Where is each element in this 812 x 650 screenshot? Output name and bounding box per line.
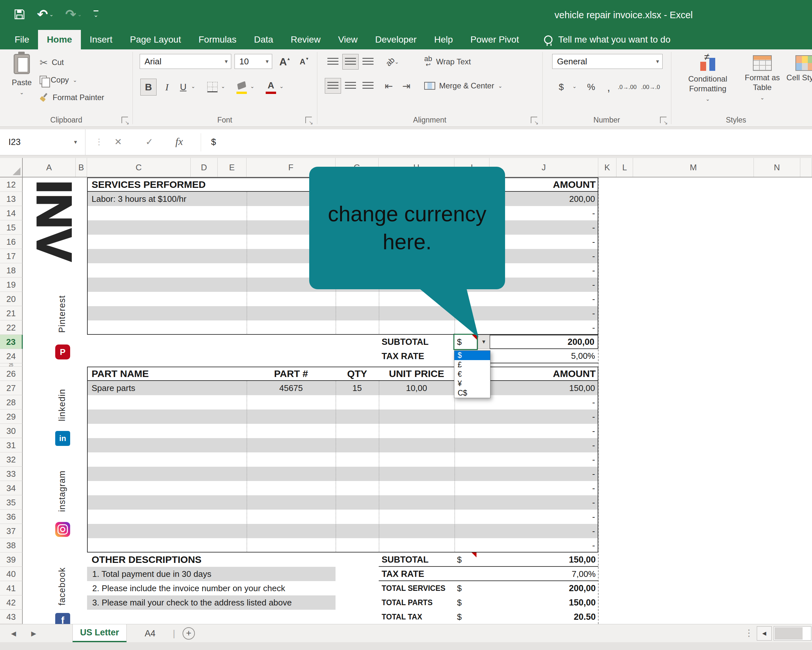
- accounting-format-button[interactable]: $: [552, 79, 570, 96]
- row-header-39[interactable]: 39: [0, 552, 23, 567]
- parts-row-35[interactable]: -: [87, 495, 598, 509]
- undo-button[interactable]: ↶⌄: [37, 7, 53, 21]
- pinterest-icon[interactable]: P: [55, 344, 70, 359]
- align-left-button[interactable]: [325, 78, 341, 93]
- format-as-table-button[interactable]: Format as Table ⌄: [741, 53, 783, 110]
- column-header-B[interactable]: B: [76, 158, 87, 177]
- row-header-40[interactable]: 40: [0, 567, 23, 581]
- alignment-dialog-launcher[interactable]: ↘: [531, 117, 537, 123]
- italic-button[interactable]: I: [159, 79, 175, 96]
- ribbon-tab-view[interactable]: View: [329, 30, 366, 49]
- row-header-30[interactable]: 30: [0, 424, 23, 438]
- services-header[interactable]: SERVICES PERFORMED: [92, 177, 206, 192]
- underline-button[interactable]: U: [176, 79, 191, 96]
- insert-function-button[interactable]: fx: [176, 129, 183, 153]
- total-label-3[interactable]: TOTAL PARTS: [382, 595, 433, 610]
- increase-decimal-button[interactable]: .0→.00: [617, 79, 638, 96]
- row-header-25[interactable]: 25: [0, 363, 23, 367]
- parts-row-30[interactable]: -: [87, 424, 598, 438]
- ribbon-tab-insert[interactable]: Insert: [81, 30, 121, 49]
- note-1[interactable]: 1. Total payment due in 30 days: [87, 567, 336, 581]
- row-header-41[interactable]: 41: [0, 581, 23, 595]
- cell-I23[interactable]: $: [453, 334, 478, 350]
- ribbon-tab-formulas[interactable]: Formulas: [190, 30, 245, 49]
- services-row-20[interactable]: -: [87, 292, 598, 306]
- name-box[interactable]: I23▾: [0, 129, 85, 155]
- number-format-combo[interactable]: General ▾: [552, 54, 662, 69]
- column-header-A[interactable]: A: [23, 158, 76, 177]
- row-header-22[interactable]: 22: [0, 320, 23, 335]
- align-right-button[interactable]: [360, 78, 376, 93]
- row-header-16[interactable]: 16: [0, 235, 23, 249]
- row-header-43[interactable]: 43: [0, 610, 23, 624]
- parts-header-name[interactable]: PART NAME: [92, 367, 149, 381]
- decrease-font-button[interactable]: A▾: [296, 53, 312, 70]
- align-middle-button[interactable]: [342, 54, 359, 70]
- sheet-nav-next[interactable]: ▶: [31, 624, 36, 642]
- copy-button[interactable]: Copy ⌄: [40, 73, 77, 87]
- row-header-42[interactable]: 42: [0, 595, 23, 610]
- ribbon-tab-data[interactable]: Data: [245, 30, 282, 49]
- row-header-27[interactable]: 27: [0, 381, 23, 395]
- borders-dropdown-icon[interactable]: ⌄: [221, 83, 225, 89]
- currency-option-£[interactable]: £: [454, 360, 490, 370]
- ribbon-tab-developer[interactable]: Developer: [366, 30, 426, 49]
- formula-bar-splitter[interactable]: ⋮: [95, 129, 103, 154]
- bold-button[interactable]: B: [140, 79, 157, 96]
- services-subtotal-value[interactable]: 200,00: [490, 335, 598, 349]
- row-header-15[interactable]: 15: [0, 220, 23, 235]
- row-header-12[interactable]: 12: [0, 177, 23, 192]
- row-header-24[interactable]: 24: [0, 349, 23, 363]
- services-tax-value[interactable]: 5,00%: [490, 349, 598, 363]
- ribbon-tab-help[interactable]: Help: [426, 30, 462, 49]
- align-bottom-button[interactable]: [360, 54, 376, 70]
- font-color-button[interactable]: A: [263, 79, 279, 96]
- cancel-entry-button[interactable]: ✕: [114, 129, 122, 155]
- decrease-decimal-button[interactable]: .00→.0: [640, 79, 661, 96]
- row-header-17[interactable]: 17: [0, 249, 23, 263]
- clipboard-dialog-launcher[interactable]: ↘: [122, 117, 128, 123]
- parts-header-qty[interactable]: QTY: [336, 367, 379, 381]
- column-header-C[interactable]: C: [87, 158, 191, 177]
- percent-style-button[interactable]: %: [583, 79, 599, 96]
- align-top-button[interactable]: [325, 54, 341, 70]
- total-label-1[interactable]: TAX RATE: [382, 567, 424, 581]
- row-header-14[interactable]: 14: [0, 206, 23, 220]
- merge-center-button[interactable]: Merge & Center ⌄: [424, 79, 502, 93]
- instagram-icon[interactable]: [55, 522, 70, 537]
- column-header-L[interactable]: L: [617, 158, 633, 177]
- linkedin-icon[interactable]: in: [55, 431, 70, 446]
- parts-row-29[interactable]: -: [87, 410, 598, 424]
- row-header-29[interactable]: 29: [0, 410, 23, 424]
- total-label-0[interactable]: SUBTOTAL: [382, 552, 429, 567]
- row-header-34[interactable]: 34: [0, 481, 23, 495]
- parts-row-31[interactable]: -: [87, 438, 598, 453]
- row-header-18[interactable]: 18: [0, 263, 23, 278]
- ribbon-tab-home[interactable]: Home: [38, 30, 81, 49]
- tab-scroll-splitter[interactable]: ⋮: [745, 624, 754, 642]
- total-currency-0[interactable]: $: [457, 552, 461, 567]
- total-currency-3[interactable]: $: [457, 595, 461, 610]
- customize-qat-button[interactable]: ⌄: [93, 11, 98, 18]
- column-header-N[interactable]: N: [754, 158, 800, 177]
- row-header-35[interactable]: 35: [0, 495, 23, 509]
- parts-row-28[interactable]: -: [87, 395, 598, 410]
- fill-color-button[interactable]: [234, 79, 249, 96]
- font-color-dropdown-icon[interactable]: ⌄: [279, 83, 284, 89]
- currency-option-€[interactable]: €: [454, 370, 490, 379]
- total-value-0[interactable]: 150,00: [490, 552, 596, 567]
- row-header-26[interactable]: 26: [0, 367, 23, 381]
- parts-row-27[interactable]: Spare parts456751510,00150,00: [87, 381, 598, 395]
- parts-row-36[interactable]: -: [87, 509, 598, 524]
- total-currency-4[interactable]: $: [457, 610, 461, 624]
- decrease-indent-button[interactable]: ⇤: [381, 78, 397, 93]
- parts-row-38[interactable]: -: [87, 538, 598, 552]
- callout-bubble[interactable]: change currency here.: [309, 167, 505, 289]
- total-currency-2[interactable]: $: [457, 581, 461, 595]
- row-header-13[interactable]: 13: [0, 192, 23, 206]
- tell-me[interactable]: Tell me what you want to do: [544, 30, 671, 49]
- total-value-3[interactable]: 150,00: [490, 595, 596, 610]
- conditional-formatting-button[interactable]: ≠ Conditional Formatting ⌄: [676, 53, 739, 110]
- number-dialog-launcher[interactable]: ↘: [660, 117, 667, 123]
- confirm-entry-button[interactable]: ✓: [145, 129, 153, 155]
